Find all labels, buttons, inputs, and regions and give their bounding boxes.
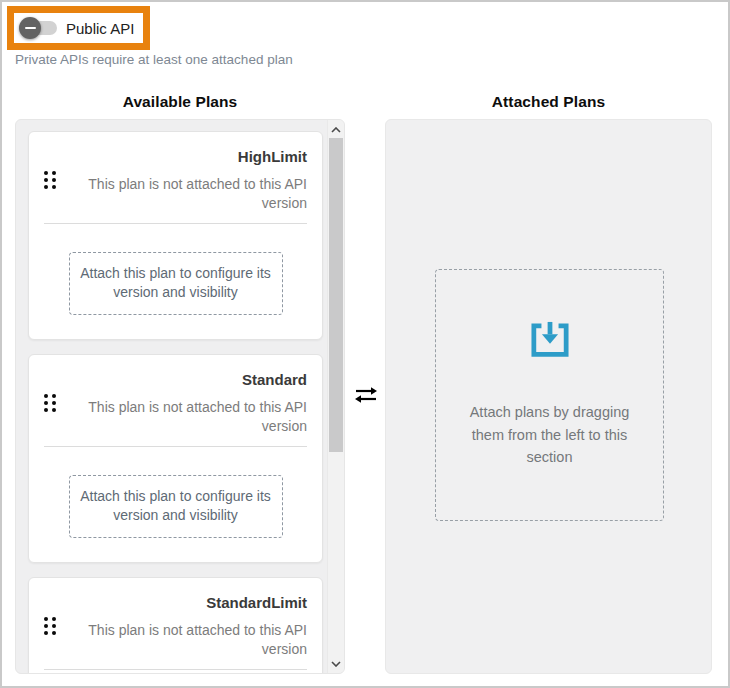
plan-status: This plan is not attached to this API ve… [82, 175, 307, 213]
plan-card[interactable]: StandardLimit This plan is not attached … [28, 577, 323, 673]
scrollbar[interactable] [327, 120, 344, 673]
available-plans-panel: HighLimit This plan is not attached to t… [15, 119, 345, 674]
drag-handle-icon[interactable] [44, 394, 70, 412]
toggle-thumb [19, 17, 41, 39]
plan-card[interactable]: HighLimit This plan is not attached to t… [28, 131, 323, 340]
attached-plans-panel: Attach plans by dragging them from the l… [385, 119, 712, 674]
chevron-up-icon[interactable] [328, 121, 344, 138]
download-tray-icon [527, 321, 573, 363]
attach-plan-button[interactable]: Attach this plan to configure its versio… [69, 252, 283, 315]
plan-name: HighLimit [70, 148, 307, 165]
annotation-highlight: Public API [7, 6, 150, 50]
available-plans-list: HighLimit This plan is not attached to t… [16, 120, 326, 673]
attach-plan-button[interactable]: Attach this plan to configure its versio… [69, 475, 283, 538]
drag-handle-icon[interactable] [44, 617, 70, 635]
plans-attach-screen: Public API Private APIs require at least… [0, 0, 730, 688]
plan-status: This plan is not attached to this API ve… [82, 398, 307, 436]
plan-name: Standard [70, 371, 307, 388]
available-plans-header: Available Plans [15, 93, 345, 111]
dropzone-instructions: Attach plans by dragging them from the l… [464, 401, 636, 468]
private-api-hint: Private APIs require at least one attach… [15, 52, 293, 67]
plan-card-header: HighLimit This plan is not attached to t… [44, 148, 307, 224]
plan-name: StandardLimit [70, 594, 307, 611]
plan-status: This plan is not attached to this API ve… [82, 621, 307, 659]
scrollbar-thumb[interactable] [329, 138, 343, 452]
attached-plans-header: Attached Plans [385, 93, 712, 111]
drag-handle-icon[interactable] [44, 171, 70, 189]
minus-icon [25, 27, 36, 29]
public-api-toggle-label: Public API [66, 20, 134, 37]
public-api-toggle[interactable] [21, 16, 57, 40]
chevron-down-icon[interactable] [328, 655, 344, 672]
plans-dropzone[interactable]: Attach plans by dragging them from the l… [435, 269, 664, 521]
plan-card-header: StandardLimit This plan is not attached … [44, 594, 307, 670]
swap-horizontal-icon [353, 385, 379, 405]
plan-card[interactable]: Standard This plan is not attached to th… [28, 354, 323, 563]
plan-card-header: Standard This plan is not attached to th… [44, 371, 307, 447]
